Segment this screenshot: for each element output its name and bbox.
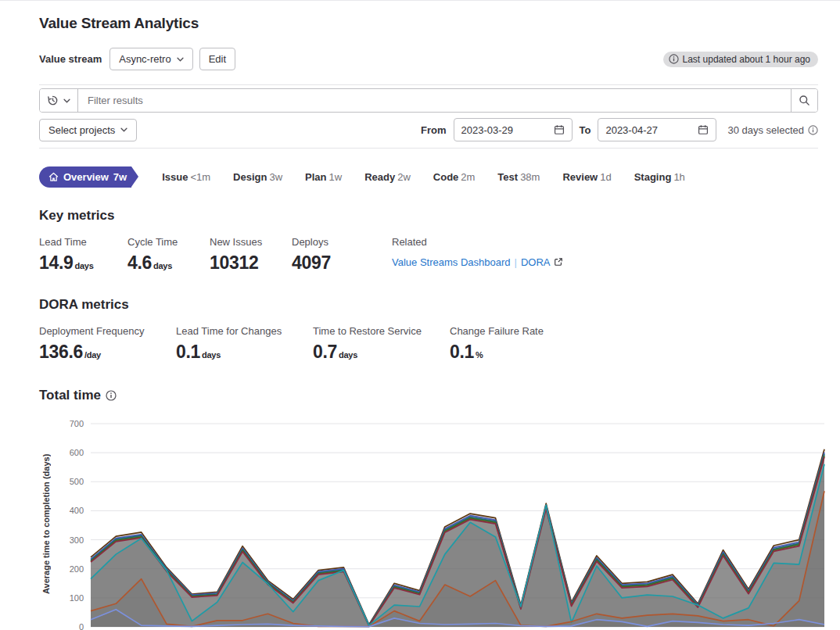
value-streams-dashboard-link[interactable]: Value Streams Dashboard xyxy=(392,256,511,268)
y-axis-title: Average time to completion (days) xyxy=(39,399,53,630)
total-time-title: Total time xyxy=(39,388,818,403)
metric-value: 0.7days xyxy=(313,342,450,363)
svg-text:200: 200 xyxy=(70,564,84,573)
metric-unit: days xyxy=(153,261,172,270)
search-icon xyxy=(799,95,810,106)
tab-duration: 38m xyxy=(520,171,540,183)
filter-input[interactable] xyxy=(78,89,791,112)
tab-label: Review xyxy=(562,171,598,183)
tab-review[interactable]: Review1d xyxy=(562,171,611,183)
metric-lead-time-for-changes: Lead Time for Changes0.1days xyxy=(176,325,313,363)
metric-unit: % xyxy=(476,350,483,360)
metric-value: 4.6days xyxy=(127,252,210,274)
page-title: Value Stream Analytics xyxy=(39,15,818,32)
toolbar: Value stream Async-retro Edit Last updat… xyxy=(39,48,818,70)
to-date-field[interactable]: 2023-04-27 xyxy=(598,118,716,141)
tab-duration: 1h xyxy=(673,171,684,183)
from-label: From xyxy=(421,124,447,136)
tab-label: Code xyxy=(433,171,459,183)
tab-test[interactable]: Test38m xyxy=(497,171,540,183)
svg-text:500: 500 xyxy=(70,477,84,486)
value-stream-label: Value stream xyxy=(39,53,102,65)
metric-label: Deployment Frequency xyxy=(39,325,176,338)
tab-duration: <1m xyxy=(190,171,210,183)
history-icon xyxy=(47,95,59,106)
tab-issue[interactable]: Issue<1m xyxy=(162,171,210,183)
metric-unit: days xyxy=(202,350,221,360)
metric-unit: days xyxy=(339,350,357,360)
related-links: RelatedValue Streams Dashboard|DORA xyxy=(392,236,563,274)
filter-history-dropdown[interactable] xyxy=(40,89,78,112)
metric-unit: /day xyxy=(84,350,101,360)
days-selected-text: 30 days selected xyxy=(727,124,804,136)
tab-label: Staging xyxy=(634,171,672,183)
metric-label: Change Failure Rate xyxy=(450,325,587,338)
metric-value: 0.1% xyxy=(450,342,587,363)
related-label: Related xyxy=(392,236,563,249)
value-stream-analytics-page: Value Stream Analytics Value stream Asyn… xyxy=(0,1,840,630)
from-date-value: 2023-03-29 xyxy=(461,124,554,136)
total-time-chart: Average time to completion (days) 010020… xyxy=(39,414,818,630)
info-icon[interactable] xyxy=(106,390,117,401)
value-stream-selected: Async-retro xyxy=(119,53,171,65)
filter-input-group xyxy=(39,88,818,113)
stage-path-nav: Overview7wIssue<1mDesign3wPlan1wReady2wC… xyxy=(39,166,818,188)
metric-deployment-frequency: Deployment Frequency136.6/day xyxy=(39,325,176,363)
metric-value: 14.9days xyxy=(39,252,127,274)
key-metrics-row: Lead Time14.9daysCycle Time4.6daysNew Is… xyxy=(39,236,818,274)
metric-label: New Issues xyxy=(210,236,292,249)
tab-staging[interactable]: Staging1h xyxy=(634,171,685,183)
external-link-icon xyxy=(554,257,563,267)
metric-lead-time: Lead Time14.9days xyxy=(39,236,127,274)
calendar-icon xyxy=(554,124,565,135)
chevron-down-icon xyxy=(120,127,127,132)
calendar-icon xyxy=(698,124,709,135)
metric-unit: days xyxy=(75,261,94,270)
metric-label: Lead Time xyxy=(39,236,127,249)
metric-label: Cycle Time xyxy=(127,236,210,249)
to-date-value: 2023-04-27 xyxy=(605,124,698,136)
filter-bar: Select projects From 2023-03-29 To 2023-… xyxy=(39,84,818,149)
svg-text:0: 0 xyxy=(79,622,84,630)
svg-text:300: 300 xyxy=(70,535,84,544)
tab-design[interactable]: Design3w xyxy=(233,171,282,183)
link-separator: | xyxy=(515,256,517,268)
tab-plan[interactable]: Plan1w xyxy=(305,171,342,183)
value-stream-dropdown[interactable]: Async-retro xyxy=(109,48,192,70)
tab-duration: 1w xyxy=(329,171,343,183)
edit-button[interactable]: Edit xyxy=(199,48,235,70)
chart-plot-area[interactable]: 010020030040050060070029 Mar1 Apr5 Apr9 … xyxy=(53,414,832,630)
metric-label: Deploys xyxy=(292,236,392,249)
select-projects-dropdown[interactable]: Select projects xyxy=(39,119,137,141)
tab-label: Plan xyxy=(305,171,326,183)
tab-label: Design xyxy=(233,171,267,183)
info-icon xyxy=(669,54,679,64)
metric-value: 136.6/day xyxy=(39,342,176,363)
chevron-down-icon xyxy=(63,98,70,103)
tab-ready[interactable]: Ready2w xyxy=(364,171,411,183)
metric-cycle-time: Cycle Time4.6days xyxy=(127,236,210,274)
tab-overview[interactable]: Overview7w xyxy=(39,166,131,188)
days-selected: 30 days selected xyxy=(727,124,818,136)
home-icon xyxy=(48,172,59,182)
from-date-field[interactable]: 2023-03-29 xyxy=(454,118,573,141)
metric-time-to-restore-service: Time to Restore Service0.7days xyxy=(313,325,450,363)
last-updated-badge: Last updated about 1 hour ago xyxy=(663,52,818,67)
info-icon xyxy=(808,125,818,135)
metric-label: Lead Time for Changes xyxy=(176,325,313,338)
dora-metrics-row: Deployment Frequency136.6/dayLead Time f… xyxy=(39,325,818,363)
metric-value: 4097 xyxy=(292,252,392,274)
metric-value: 0.1days xyxy=(176,342,313,363)
search-button[interactable] xyxy=(791,89,817,112)
select-projects-label: Select projects xyxy=(48,124,115,136)
svg-text:400: 400 xyxy=(70,506,84,515)
dora-metrics-title: DORA metrics xyxy=(39,297,818,313)
tab-code[interactable]: Code2m xyxy=(433,171,476,183)
tab-label: Test xyxy=(497,171,518,183)
to-label: To xyxy=(580,124,591,136)
key-metrics-section: Key metrics Lead Time14.9daysCycle Time4… xyxy=(39,208,818,274)
dora-metrics-section: DORA metrics Deployment Frequency136.6/d… xyxy=(39,297,818,363)
svg-text:700: 700 xyxy=(70,419,84,428)
tab-duration: 1d xyxy=(600,171,611,183)
dora-link[interactable]: DORA xyxy=(521,256,551,268)
